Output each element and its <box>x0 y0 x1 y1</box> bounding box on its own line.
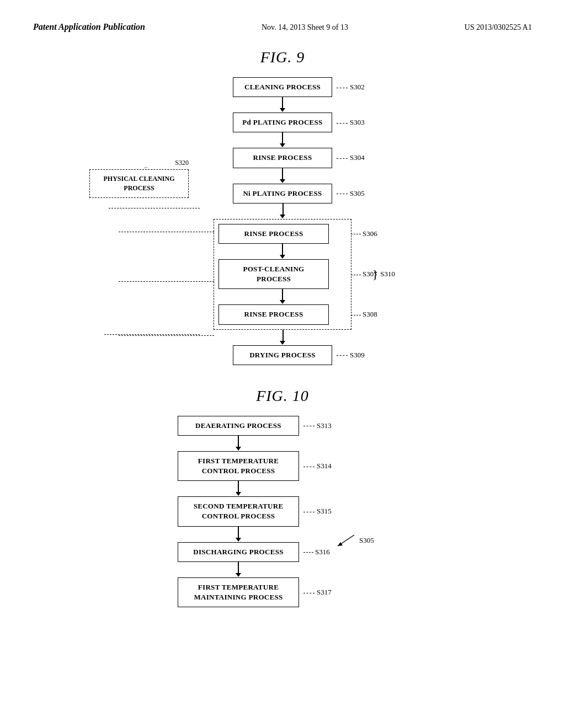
arrow-s307-s308 <box>218 289 347 304</box>
s308-label: S308 <box>351 310 377 319</box>
header-patent-number: US 2013/0302525 A1 <box>465 23 532 32</box>
s316-step: DISCHARGING PROCESS S316 S305 <box>178 542 299 562</box>
s309-box: DRYING PROCESS <box>233 345 332 365</box>
dash-line <box>303 467 315 467</box>
s320-group: S320 ⌐ PHYSICAL CLEANINGPROCESS <box>89 159 189 198</box>
s304-label: S304 <box>337 153 365 162</box>
s314-label: S314 <box>303 462 332 470</box>
s303-step: Pd PLATING PROCESS S303 <box>233 113 332 132</box>
s314-step: FIRST TEMPERATURECONTROL PROCESS S314 <box>178 451 299 481</box>
fig9-section: FIG. 9 S320 ⌐ PHYSICAL CLEANINGPROCESS C… <box>33 49 532 365</box>
arrow-s314-s315 <box>236 481 241 496</box>
page: Patent Application Publication Nov. 14, … <box>0 0 565 728</box>
dashed-connector-3 <box>119 281 214 282</box>
arrow-s302-s303 <box>280 97 285 113</box>
s302-step: CLEANING PROCESS S302 <box>233 77 332 97</box>
s316-box: DISCHARGING PROCESS <box>178 542 299 562</box>
dash-line <box>303 512 315 512</box>
dashed-connector-2 <box>119 232 214 232</box>
fig9-flowchart: CLEANING PROCESS S302 Pd PLATING PROCESS… <box>200 77 365 365</box>
vert-line <box>282 204 284 215</box>
s304-box: RINSE PROCESS <box>233 148 332 168</box>
s305-box: Ni PLATING PROCESS <box>233 184 332 204</box>
arrow-s308-s309-area <box>200 330 365 345</box>
fig10-section: FIG. 10 DEAERATING PROCESS S313 FIRST TE… <box>33 387 532 608</box>
s303-box: Pd PLATING PROCESS <box>233 113 332 132</box>
physical-cleaning-process-box: PHYSICAL CLEANINGPROCESS <box>89 169 189 198</box>
s317-box: FIRST TEMPERATUREMAINTAINING PROCESS <box>178 577 299 607</box>
dash-line <box>337 123 348 124</box>
s316-label: S316 <box>303 548 330 556</box>
fig10-flowchart: DEAERATING PROCESS S313 FIRST TEMPERATUR… <box>161 416 316 608</box>
dash-line <box>303 593 315 593</box>
dash-line <box>337 88 348 88</box>
arrow-s315-s316 <box>236 527 241 542</box>
arrow-s305-s306-area <box>200 204 365 219</box>
arrow-s303-s304 <box>280 132 285 148</box>
s317-label: S317 <box>303 588 332 597</box>
s306-step: RINSE PROCESS S306 <box>218 224 347 244</box>
dash-line <box>337 355 348 356</box>
s304-step: RINSE PROCESS S304 <box>233 148 332 168</box>
arrowhead <box>280 341 285 345</box>
s306-box: RINSE PROCESS <box>218 224 329 244</box>
s315-label: S315 <box>303 507 332 516</box>
header-date-sheet: Nov. 14, 2013 Sheet 9 of 13 <box>262 23 348 32</box>
s309-step: DRYING PROCESS S309 <box>233 345 332 365</box>
vert-line <box>282 330 284 341</box>
fig10-title: FIG. 10 <box>33 387 532 405</box>
s305-step: Ni PLATING PROCESS S305 <box>233 184 332 204</box>
arrow-s306-s307 <box>218 244 347 259</box>
dashed-connector-5 <box>104 334 200 335</box>
s302-box: CLEANING PROCESS <box>233 77 332 97</box>
s315-step: SECOND TEMPERATURECONTROL PROCESS S315 <box>178 496 299 526</box>
header: Patent Application Publication Nov. 14, … <box>33 22 532 32</box>
s308-box: RINSE PROCESS <box>218 304 329 324</box>
s309-label: S309 <box>337 351 365 360</box>
s320-label: S320 <box>89 159 189 167</box>
dash-line <box>303 426 315 426</box>
s310-group-border: }S310 RINSE PROCESS S306 <box>214 219 351 330</box>
arrow-s304-s305 <box>280 168 285 184</box>
header-publication-label: Patent Application Publication <box>33 22 145 32</box>
s314-box: FIRST TEMPERATURECONTROL PROCESS <box>178 451 299 481</box>
s308-step: RINSE PROCESS S308 <box>218 304 347 324</box>
s313-label: S313 <box>303 421 332 430</box>
dash-line <box>351 315 361 315</box>
s315-box: SECOND TEMPERATURECONTROL PROCESS <box>178 496 299 526</box>
s313-step: DEAERATING PROCESS S313 <box>178 416 299 436</box>
dash-line <box>351 275 361 275</box>
dash-line <box>303 552 313 553</box>
dash-line <box>351 234 361 234</box>
s305-ref-label: S305 <box>335 532 374 549</box>
s307-box: POST-CLEANINGPROCESS <box>218 259 329 289</box>
arrow-s316-s317 <box>236 562 241 577</box>
dash-line <box>337 194 348 194</box>
s307-step: POST-CLEANINGPROCESS S307 <box>218 259 347 289</box>
s313-box: DEAERATING PROCESS <box>178 416 299 436</box>
s305-ref-text: S305 <box>359 536 374 545</box>
fig9-title: FIG. 9 <box>33 49 532 66</box>
s303-label: S303 <box>337 118 365 127</box>
arrowhead <box>280 215 285 218</box>
s307-label: S307 <box>351 270 377 279</box>
s305-label: S305 <box>337 189 365 198</box>
arrow-s313-s314 <box>236 436 241 451</box>
dashed-connector-1 <box>109 208 200 208</box>
s306-label: S306 <box>351 229 377 238</box>
s317-step: FIRST TEMPERATUREMAINTAINING PROCESS S31… <box>178 577 299 607</box>
s302-label: S302 <box>337 83 365 92</box>
dash-line <box>337 158 348 159</box>
s305-arrow-svg <box>335 532 357 549</box>
